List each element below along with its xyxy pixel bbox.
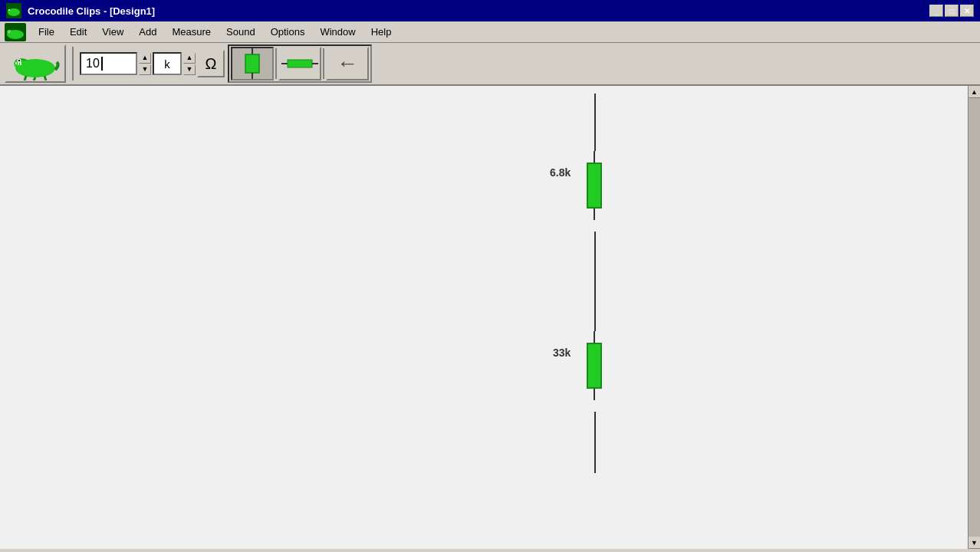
r1-lead-top xyxy=(594,151,595,163)
menu-window[interactable]: Window xyxy=(312,24,363,40)
app-logo-button[interactable] xyxy=(5,44,66,83)
app-logo-icon xyxy=(5,23,26,41)
menu-help[interactable]: Help xyxy=(363,24,400,40)
title-text: Crocodile Clips - [Design1] xyxy=(28,5,155,17)
unit-text: k xyxy=(164,58,170,71)
close-button[interactable]: ✕ xyxy=(960,5,974,17)
toolbar-divider-1 xyxy=(72,47,74,80)
resistor-r1-label: 6.8k xyxy=(550,166,571,179)
component-button-group: ← xyxy=(228,44,372,83)
scroll-down-button[interactable]: ▼ xyxy=(968,537,981,549)
svg-line-19 xyxy=(44,76,46,80)
svg-point-2 xyxy=(8,9,12,12)
toolbar: 10 ▲ ▼ k ▲ ▼ Ω xyxy=(0,43,980,86)
menu-options[interactable]: Options xyxy=(263,24,313,40)
title-bar: Crocodile Clips - [Design1] _ □ ✕ xyxy=(0,0,980,21)
component-btn-divider-2 xyxy=(323,48,324,79)
wire-bottom xyxy=(594,412,596,473)
r2-lead-top xyxy=(594,331,595,343)
menu-file[interactable]: File xyxy=(31,24,62,40)
maximize-button[interactable]: □ xyxy=(945,5,959,17)
r2-body xyxy=(587,343,602,389)
unit-spinner-up[interactable]: ▲ xyxy=(183,53,196,64)
value-text: 10 xyxy=(86,57,100,71)
value-spinner-down[interactable]: ▼ xyxy=(139,64,151,75)
value-spinner-up[interactable]: ▲ xyxy=(139,53,151,64)
wire-mid xyxy=(594,232,596,331)
value-input-display[interactable]: 10 xyxy=(80,52,137,75)
menu-sound[interactable]: Sound xyxy=(219,24,263,40)
menu-add[interactable]: Add xyxy=(131,24,164,40)
value-input-group: 10 ▲ ▼ k ▲ ▼ Ω xyxy=(80,50,225,77)
svg-line-17 xyxy=(25,76,26,80)
svg-rect-24 xyxy=(288,60,312,67)
omega-symbol: Ω xyxy=(206,55,217,73)
resistor-r2[interactable]: 33k xyxy=(587,331,602,400)
unit-spinner-down[interactable]: ▼ xyxy=(183,64,196,75)
resistor-button[interactable] xyxy=(231,47,274,80)
text-cursor xyxy=(101,57,103,71)
svg-point-13 xyxy=(18,60,20,61)
svg-point-8 xyxy=(8,31,9,31)
menu-logo xyxy=(3,21,28,43)
resistor-r1[interactable]: 6.8k xyxy=(587,151,602,220)
unit-spinner: ▲ ▼ xyxy=(183,53,196,75)
component-btn-divider xyxy=(275,48,277,79)
scroll-track[interactable] xyxy=(968,98,980,537)
svg-line-18 xyxy=(34,77,35,80)
menu-view[interactable]: View xyxy=(94,24,131,40)
menu-measure[interactable]: Measure xyxy=(164,24,219,40)
back-button[interactable]: ← xyxy=(326,47,369,80)
scrollbar-right[interactable]: ▲ ▼ xyxy=(968,86,980,549)
canvas-area[interactable]: 6.8k 33k xyxy=(0,86,980,549)
wire-icon xyxy=(281,58,318,70)
value-spinner: ▲ ▼ xyxy=(139,53,151,75)
title-app-icon xyxy=(6,3,21,18)
back-arrow-icon: ← xyxy=(337,51,358,76)
wire-top xyxy=(594,94,596,151)
menu-edit[interactable]: Edit xyxy=(62,24,94,40)
titlebar-controls: _ □ ✕ xyxy=(929,5,974,17)
r2-lead-bottom xyxy=(594,389,595,400)
svg-point-3 xyxy=(8,9,10,11)
menu-bar: File Edit View Add Measure Sound Options… xyxy=(0,21,980,43)
croc-logo-icon xyxy=(11,47,60,80)
unit-display[interactable]: k xyxy=(153,52,182,75)
scroll-up-button[interactable]: ▲ xyxy=(968,86,981,98)
resistor-r2-label: 33k xyxy=(553,347,571,359)
r1-lead-bottom xyxy=(594,209,595,220)
r1-body xyxy=(587,163,602,209)
svg-rect-21 xyxy=(245,54,259,73)
minimize-button[interactable]: _ xyxy=(929,5,943,17)
omega-button[interactable]: Ω xyxy=(197,50,225,77)
resistor-icon xyxy=(244,48,261,79)
wire-button[interactable] xyxy=(278,47,321,80)
